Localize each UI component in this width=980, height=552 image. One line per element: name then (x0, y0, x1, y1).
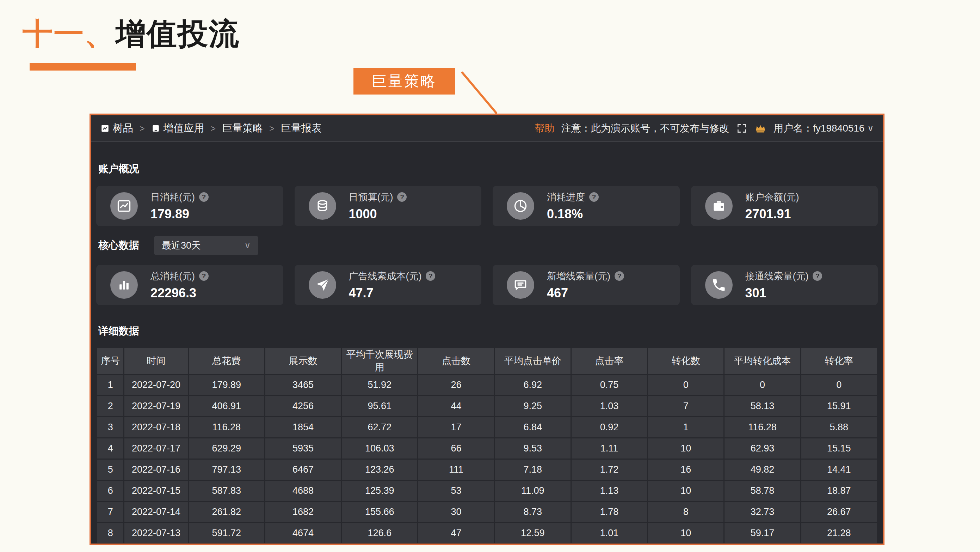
table-cell: 6 (97, 481, 123, 501)
user-menu[interactable]: 用户名：fy19840516 ∨ (773, 122, 873, 135)
table-cell: 21.28 (801, 523, 877, 543)
table-cell: 15.91 (801, 396, 877, 416)
help-icon[interactable]: ? (589, 192, 599, 202)
table-cell: 2022-07-13 (124, 523, 188, 543)
app-icon (151, 124, 160, 133)
stat-card: 消耗进度 ? 0.18% (493, 186, 680, 226)
table-cell: 26.67 (801, 502, 877, 522)
table-cell: 1854 (265, 417, 341, 437)
table-cell: 0.92 (571, 417, 647, 437)
table-row: 72022-07-14261.821682155.66308.731.78832… (97, 502, 877, 522)
stat-card: 日消耗(元) ? 179.89 (96, 186, 283, 226)
table-cell: 116.28 (724, 417, 800, 437)
coins-icon (309, 192, 336, 220)
table-cell: 4256 (265, 396, 341, 416)
stat-card-label: 消耗进度 (547, 191, 585, 204)
top-navigation-bar: 树品>增值应用>巨量策略>巨量报表 帮助 注意：此为演示账号，不可发布与修改 用… (91, 115, 883, 142)
section-core-data: 核心数据 (98, 238, 139, 252)
table-cell: 4 (97, 439, 123, 458)
topbar-right: 帮助 注意：此为演示账号，不可发布与修改 用户名：fy19840516 ∨ (535, 122, 873, 135)
wallet-icon (705, 192, 733, 220)
table-cell: 5.88 (801, 417, 877, 437)
breadcrumb-item-label: 增值应用 (164, 121, 204, 136)
table-cell: 95.61 (342, 396, 417, 416)
table-cell: 1 (97, 375, 123, 395)
column-header-8: 转化数 (648, 348, 724, 374)
help-icon[interactable]: ? (199, 271, 208, 281)
panel-content: 账户概况 日消耗(元) ? 179.89 日预算(元) ? 1000 消耗进度 … (91, 162, 883, 544)
table-cell: 155.66 (342, 502, 417, 522)
table-cell: 2022-07-14 (124, 502, 188, 522)
page-title-number: 十一、 (22, 17, 116, 50)
table-cell: 12.59 (495, 523, 571, 543)
paper-plane-icon (309, 271, 336, 299)
table-row: 22022-07-19406.91425695.61449.251.03758.… (97, 396, 877, 416)
stat-card-value: 2701.91 (745, 207, 799, 222)
detail-data-table: 序号时间总花费展示数平均千次展现费用点击数平均点击单价点击率转化数平均转化成本转… (96, 347, 878, 544)
table-row: 82022-07-13591.724674126.64712.591.01105… (97, 523, 877, 543)
stat-card: 日预算(元) ? 1000 (294, 186, 482, 226)
column-header-10: 转化率 (801, 348, 877, 374)
breadcrumb-item-0[interactable]: 树品 (100, 121, 133, 136)
column-header-2: 总花费 (189, 348, 264, 374)
help-icon[interactable]: ? (397, 192, 407, 202)
help-link[interactable]: 帮助 (535, 122, 554, 135)
breadcrumb-item-label: 树品 (113, 121, 133, 136)
table-row: 42022-07-17629.295935106.03669.531.11106… (97, 439, 877, 458)
table-cell: 51.92 (342, 375, 417, 395)
column-header-3: 展示数 (265, 348, 341, 374)
column-header-6: 平均点击单价 (495, 348, 571, 374)
stat-card-label: 新增线索量(元) (547, 270, 610, 282)
table-cell: 0 (724, 375, 800, 395)
help-icon[interactable]: ? (426, 271, 435, 281)
core-data-row: 核心数据 最近30天 ∨ (96, 236, 878, 255)
core-cards-row: 总消耗(元) ? 22296.3 广告线索成本(元) ? 47.7 新增线索量(… (96, 265, 878, 305)
stat-card-label: 日消耗(元) (151, 191, 195, 204)
table-cell: 629.29 (189, 439, 264, 458)
stat-card-value: 1000 (349, 207, 407, 222)
help-icon[interactable]: ? (614, 271, 624, 281)
breadcrumb-item-3[interactable]: 巨量报表 (281, 121, 322, 136)
column-header-4: 平均千次展现费用 (342, 348, 417, 374)
table-cell: 15.15 (801, 439, 877, 458)
page-title: 十一、增值投流 (22, 13, 240, 55)
stat-card: 新增线索量(元) ? 467 (493, 265, 680, 305)
column-header-9: 平均转化成本 (724, 348, 800, 374)
help-icon[interactable]: ? (813, 271, 822, 281)
table-cell: 5935 (265, 439, 341, 458)
crown-icon (754, 123, 767, 134)
phone-icon (705, 271, 733, 299)
date-range-select[interactable]: 最近30天 ∨ (154, 236, 258, 255)
demo-account-notice: 注意：此为演示账号，不可发布与修改 (562, 122, 729, 135)
fullscreen-icon[interactable] (736, 123, 748, 134)
table-cell: 1.03 (571, 396, 647, 416)
table-cell: 10 (648, 481, 724, 501)
breadcrumb-item-label: 巨量策略 (222, 121, 263, 136)
table-cell: 1.01 (571, 523, 647, 543)
stat-card-label: 账户余额(元) (745, 191, 799, 204)
table-cell: 1682 (265, 502, 341, 522)
table-cell: 8 (648, 502, 724, 522)
table-cell: 3465 (265, 375, 341, 395)
title-underline (30, 63, 136, 70)
table-cell: 111 (418, 459, 494, 480)
help-icon[interactable]: ? (199, 192, 208, 202)
table-cell: 5 (97, 459, 123, 480)
chat-icon (507, 271, 534, 299)
breadcrumb-item-2[interactable]: 巨量策略 (222, 121, 263, 136)
username-label: 用户名：fy19840516 (773, 122, 864, 135)
stat-card-label: 接通线索量(元) (745, 270, 809, 282)
overview-cards-row: 日消耗(元) ? 179.89 日预算(元) ? 1000 消耗进度 ? 0.1… (96, 186, 878, 226)
table-cell: 6.92 (495, 375, 571, 395)
breadcrumb: 树品>增值应用>巨量策略>巨量报表 (100, 121, 322, 136)
stat-card-value: 301 (745, 286, 822, 300)
stat-card-value: 47.7 (349, 286, 436, 300)
table-cell: 126.6 (342, 523, 417, 543)
table-cell: 1.13 (571, 481, 647, 501)
breadcrumb-item-1[interactable]: 增值应用 (151, 121, 204, 136)
table-cell: 58.78 (724, 481, 800, 501)
table-cell: 2022-07-17 (124, 439, 188, 458)
table-cell: 26 (418, 375, 494, 395)
column-header-5: 点击数 (418, 348, 494, 374)
chevron-down-icon: ∨ (867, 123, 873, 133)
